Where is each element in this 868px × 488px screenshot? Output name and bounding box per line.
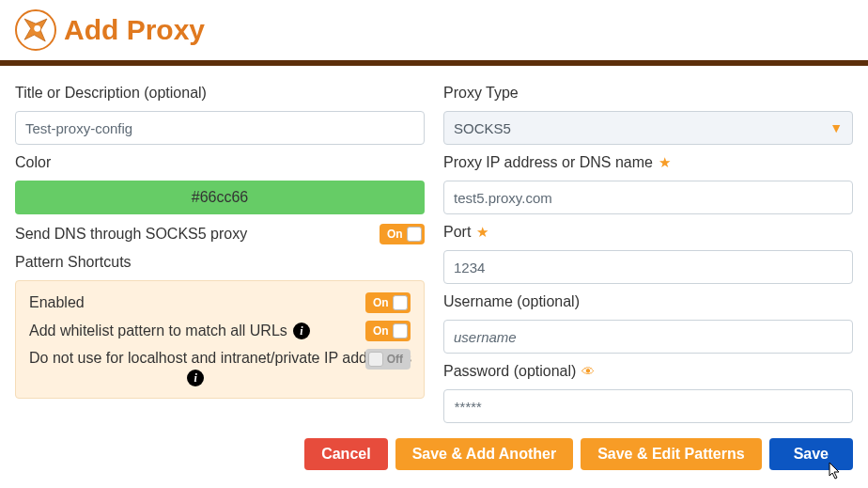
shortcut-enabled-label: Enabled: [29, 294, 354, 311]
port-text: Port: [443, 224, 471, 241]
header: Add Proxy: [0, 0, 868, 60]
color-label: Color: [15, 154, 425, 171]
page-title: Add Proxy: [64, 14, 205, 46]
toggle-knob: [393, 323, 408, 338]
shortcut-enabled-toggle[interactable]: On: [365, 292, 411, 313]
form-content: Title or Description (optional) Test-pro…: [0, 66, 868, 423]
password-input[interactable]: [443, 389, 853, 423]
info-icon[interactable]: i: [187, 370, 204, 386]
username-input[interactable]: [443, 320, 853, 354]
save-add-another-button[interactable]: Save & Add Another: [395, 438, 574, 470]
toggle-on-text: On: [382, 228, 408, 241]
shortcut-localhost-toggle[interactable]: Off: [365, 349, 411, 370]
pattern-shortcuts-label: Pattern Shortcuts: [15, 254, 425, 271]
shortcut-whitelist-toggle[interactable]: On: [365, 321, 411, 341]
dns-label: Send DNS through SOCKS5 proxy: [15, 226, 247, 243]
shortcut-whitelist-row: Add whitelist pattern to match all URLs …: [29, 321, 411, 341]
shortcut-localhost-text: Do not use for localhost and intranet/pr…: [29, 349, 411, 369]
password-text: Password (optional): [443, 363, 576, 380]
color-swatch[interactable]: #66cc66: [15, 181, 425, 214]
password-label: Password (optional) 👁: [443, 363, 853, 380]
toggle-on-text: On: [368, 324, 394, 338]
username-label: Username (optional): [443, 293, 853, 310]
proxy-type-value: SOCKS5: [454, 120, 511, 136]
save-button[interactable]: Save: [769, 438, 853, 470]
svg-point-0: [34, 25, 40, 32]
save-edit-patterns-button[interactable]: Save & Edit Patterns: [581, 438, 762, 470]
proxy-ip-label: Proxy IP address or DNS name ★: [443, 154, 853, 171]
eye-icon[interactable]: 👁: [581, 364, 595, 379]
info-icon[interactable]: i: [293, 323, 310, 339]
port-input[interactable]: 1234: [443, 250, 853, 284]
toggle-off-text: Off: [382, 353, 408, 366]
pattern-shortcuts-box: Enabled On Add whitelist pattern to matc…: [15, 280, 425, 399]
shortcut-whitelist-text: Add whitelist pattern to match all URLs: [29, 323, 287, 339]
dns-row: Send DNS through SOCKS5 proxy On: [15, 224, 425, 244]
proxy-ip-text: Proxy IP address or DNS name: [443, 154, 653, 171]
toggle-knob: [368, 352, 383, 367]
proxy-type-label: Proxy Type: [443, 85, 853, 102]
toggle-knob: [407, 227, 422, 242]
toggle-on-text: On: [368, 296, 394, 309]
shortcut-whitelist-label: Add whitelist pattern to match all URLs …: [29, 323, 354, 339]
proxy-type-select[interactable]: SOCKS5 ▼: [443, 111, 853, 145]
toggle-knob: [393, 295, 408, 310]
title-label: Title or Description (optional): [15, 85, 425, 102]
proxy-ip-input[interactable]: test5.proxy.com: [443, 181, 853, 214]
app-logo: [15, 9, 56, 51]
star-icon: ★: [659, 154, 671, 171]
shortcut-enabled-row: Enabled On: [29, 292, 411, 313]
chevron-down-icon: ▼: [829, 120, 843, 135]
port-label: Port ★: [443, 224, 853, 241]
footer-buttons: Cancel Save & Add Another Save & Edit Pa…: [0, 423, 868, 470]
left-column: Title or Description (optional) Test-pro…: [15, 85, 425, 423]
right-column: Proxy Type SOCKS5 ▼ Proxy IP address or …: [443, 85, 853, 423]
shortcut-localhost-row: Do not use for localhost and intranet/pr…: [29, 349, 411, 386]
fox-icon: [20, 14, 52, 46]
star-icon: ★: [476, 224, 488, 241]
dns-toggle[interactable]: On: [380, 224, 425, 244]
title-input[interactable]: Test-proxy-config: [15, 111, 425, 145]
shortcut-localhost-label: Do not use for localhost and intranet/pr…: [29, 349, 354, 386]
cancel-button[interactable]: Cancel: [304, 438, 387, 470]
